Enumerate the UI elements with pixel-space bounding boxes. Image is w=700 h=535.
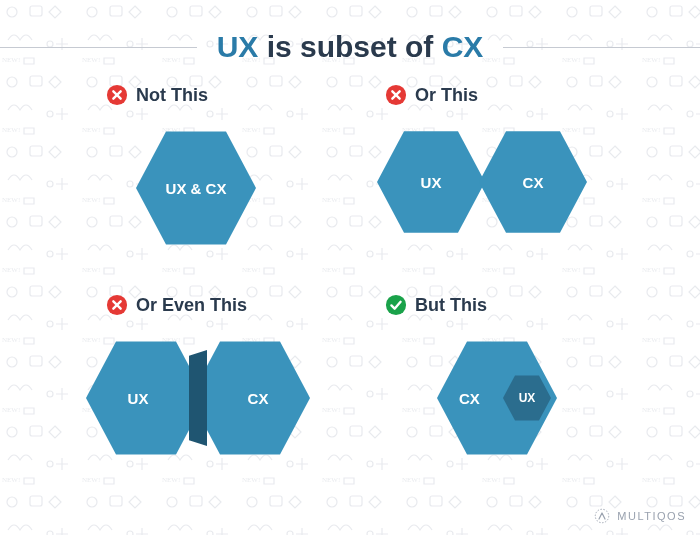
title-cx: CX [442,30,484,63]
cross-icon [106,294,128,316]
check-icon [385,294,407,316]
title-row: UX is subset of CX [0,0,700,84]
page-title: UX is subset of CX [197,30,504,64]
hexagon-text: UX [128,390,149,407]
hexagon-ux-and-cx: UX & CX [136,128,256,248]
hexagon-text: CX [459,390,480,407]
panel-label: Or Even This [136,295,247,316]
logo-icon [593,507,611,525]
panel-label: But This [415,295,487,316]
panel-header: Not This [50,84,345,106]
panel-but-this: But This CX UX [355,294,650,494]
cross-icon [106,84,128,106]
panel-label: Not This [136,85,208,106]
panel-not-this: Not This UX & CX [50,84,345,284]
title-mid: is subset of [258,30,441,63]
hexagon-text: UX & CX [166,180,227,197]
title-ux: UX [217,30,259,63]
logo-text: MULTIQOS [617,510,686,522]
brand-logo: MULTIQOS [593,507,686,525]
panel-label: Or This [415,85,478,106]
hexagon-text: CX [523,174,544,191]
diagram-content: UX is subset of CX Not This UX & CX Or [0,0,700,494]
hexagon-text: UX [421,174,442,191]
panel-header: Or This [355,84,650,106]
hexagon-text: UX [519,391,536,405]
panel-header: But This [355,294,650,316]
rule-right [503,47,700,48]
hexagon-ux: UX [377,128,485,236]
cross-icon [385,84,407,106]
panel-or-even-this: Or Even This UX CX [50,294,345,494]
hexagon-overlap [189,350,207,446]
rule-left [0,47,197,48]
svg-point-4 [596,509,610,523]
svg-point-3 [386,295,406,315]
panel-or-this: Or This UX CX [355,84,650,284]
hexagon-text: CX [248,390,269,407]
panel-header: Or Even This [50,294,345,316]
hexagon-cx: CX [190,338,310,458]
panels-grid: Not This UX & CX Or This UX CX [0,84,700,494]
hexagon-ux: UX [86,338,206,458]
hexagon-cx: CX [479,128,587,236]
